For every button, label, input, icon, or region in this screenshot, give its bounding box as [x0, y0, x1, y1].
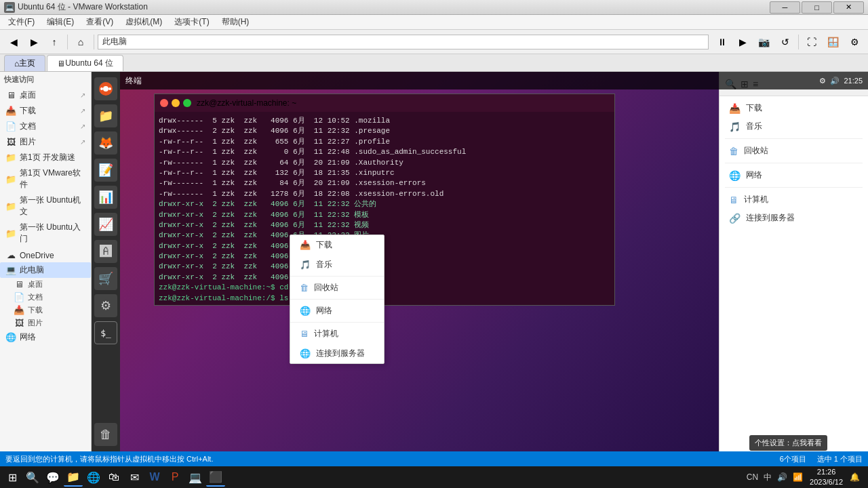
toolbar-resume[interactable]: ▶: [733, 33, 752, 52]
topbar-settings-icon[interactable]: ⚙: [819, 77, 826, 85]
start-button[interactable]: ⊞: [3, 468, 22, 487]
ctx-computer[interactable]: 🖥 计算机: [290, 324, 384, 344]
sidebar-item-ubuntu2[interactable]: 📁 第一张 Ubuntu入门: [0, 220, 91, 247]
sidebar-subitem-downloads[interactable]: 📥 下载: [0, 304, 91, 317]
sidebar-item-vmware[interactable]: 📁 第1页 VMware软件: [0, 165, 91, 192]
taskbar-store[interactable]: 🛍: [104, 468, 123, 487]
ctx-trash-icon: 🗑: [300, 283, 309, 293]
fp-item-computer[interactable]: 🖥 计算机: [719, 190, 868, 209]
address-bar[interactable]: 此电脑: [98, 35, 709, 49]
toolbar-up[interactable]: ↑: [45, 33, 64, 52]
term-line-13: drwxr-xr-x 2 zzk zzk 4096 6月 11 22:32 文档: [159, 241, 610, 251]
terminal-body[interactable]: drwx------ 5 zzk zzk 4096 6月 12 10:52 .m…: [155, 112, 614, 305]
vm-files-icon[interactable]: 📁: [94, 104, 117, 127]
vm-writer-icon[interactable]: 📝: [94, 159, 117, 182]
menu-edit[interactable]: 编辑(E): [41, 15, 79, 29]
vm-calc-icon[interactable]: 📊: [94, 186, 117, 209]
minimize-button[interactable]: ─: [770, 1, 800, 14]
taskbar-search-btn[interactable]: 🔍: [23, 468, 42, 487]
taskbar-clock[interactable]: 21:26 2023/6/12: [807, 467, 846, 488]
topbar-volume-icon[interactable]: 🔊: [830, 77, 840, 85]
tray-input[interactable]: 中: [762, 472, 773, 483]
pictures-icon: 🖼: [5, 137, 16, 147]
menu-vm[interactable]: 虚拟机(M): [120, 15, 167, 29]
tab-home[interactable]: ⌂ 主页: [4, 55, 45, 71]
vm-impress-icon[interactable]: 📈: [94, 213, 117, 236]
vm-texteditor-icon[interactable]: 🅰: [94, 240, 117, 263]
taskbar-vmware[interactable]: 💻: [186, 468, 205, 487]
vm-firefox-icon[interactable]: 🦊: [94, 131, 117, 155]
topbar-time: 21:25: [844, 77, 863, 85]
taskbar-edge[interactable]: 🌐: [84, 468, 103, 487]
sidebar-item-downloads[interactable]: 📥 下载 ↗: [0, 103, 91, 119]
menu-tabs[interactable]: 选项卡(T): [169, 15, 214, 29]
tray-notification[interactable]: 🔔: [848, 472, 861, 482]
toolbar-home[interactable]: ⌂: [71, 33, 90, 52]
sidebar-subitem-pictures[interactable]: 🖼 图片: [0, 317, 91, 329]
sidebar-item-this-pc[interactable]: 💻 此电脑: [0, 262, 91, 278]
toolbar-revert[interactable]: ↺: [776, 33, 795, 52]
sidebar-item-dev[interactable]: 📁 第1页 开发脑迷: [0, 150, 91, 165]
toolbar-back[interactable]: ◀: [4, 33, 23, 52]
close-button[interactable]: ✕: [833, 1, 864, 14]
home-icon: ⌂: [14, 59, 19, 68]
sidebar-item-onedrive[interactable]: ☁ OneDrive: [0, 248, 91, 262]
ctx-trash[interactable]: 🗑 回收站: [290, 278, 384, 298]
taskbar-powerpoint[interactable]: P: [165, 468, 184, 487]
ctx-connect-server[interactable]: 🌐 连接到服务器: [290, 344, 384, 363]
taskbar-mail[interactable]: ✉: [125, 468, 144, 487]
menu-file[interactable]: 文件(F): [3, 15, 40, 29]
terminal-min-dot[interactable]: [172, 99, 180, 107]
menu-view[interactable]: 查看(V): [81, 15, 119, 29]
vm-trash-icon[interactable]: 🗑: [94, 423, 117, 446]
term-line-15: drwxr-xr-x 2 zzk zzk 4096 6月 11 22:32 音乐: [159, 262, 610, 272]
sidebar-item-network[interactable]: 🌐 网络: [0, 329, 91, 345]
toolbar-pause[interactable]: ⏸: [713, 33, 732, 52]
ctx-downloads[interactable]: 📥 下载: [290, 235, 384, 255]
status-bar: 要返回到您的计算机，请将鼠标指针从虚拟机中移出按 Ctrl+Alt. 6个项目 …: [0, 451, 868, 466]
toolbar-settings[interactable]: ⚙: [845, 33, 864, 52]
tab-ubuntu[interactable]: 🖥 Ubuntu 64 位: [47, 55, 123, 71]
taskbar-explorer[interactable]: 📁: [64, 468, 83, 487]
toolbar-fullscreen[interactable]: ⛶: [802, 33, 821, 52]
ctx-music[interactable]: 🎵 音乐: [290, 255, 384, 274]
tab-bar: ⌂ 主页 🖥 Ubuntu 64 位: [0, 54, 868, 72]
sidebar-item-docs[interactable]: 📄 文档 ↗: [0, 119, 91, 134]
docs-icon: 📄: [5, 121, 16, 131]
vm-terminal-icon[interactable]: $_: [94, 321, 117, 344]
fp-item-downloads[interactable]: 📥 下载: [719, 99, 868, 117]
taskbar-word[interactable]: W: [145, 468, 164, 487]
sidebar-item-desktop[interactable]: 🖥 桌面 ↗: [0, 87, 91, 103]
fp-item-network[interactable]: 🌐 网络: [719, 166, 868, 184]
tray-volume[interactable]: 🔊: [776, 472, 789, 482]
term-line-5: -rw------- 1 zzk zzk 64 6月 20 21:09 .Xau…: [159, 158, 610, 168]
maximize-button[interactable]: □: [802, 1, 832, 14]
vm-amazon-icon[interactable]: 🛒: [94, 267, 117, 290]
sidebar-subitem-docs[interactable]: 📄 文档: [0, 291, 91, 304]
fp-item-music[interactable]: 🎵 音乐: [719, 117, 868, 136]
menu-help[interactable]: 帮助(H): [216, 15, 255, 29]
downloads-icon: 📥: [5, 106, 16, 116]
ctx-network[interactable]: 🌐 网络: [290, 301, 384, 321]
fp-trash-icon: 🗑: [729, 146, 738, 157]
terminal-max-dot[interactable]: [183, 99, 191, 107]
taskbar-cortana[interactable]: 💬: [43, 468, 62, 487]
fp-trash-label: 回收站: [744, 145, 768, 157]
tray-network[interactable]: 📶: [791, 472, 804, 482]
fp-item-trash[interactable]: 🗑 回收站: [719, 142, 868, 160]
svg-point-1: [103, 86, 108, 92]
fp-item-connect[interactable]: 🔗 连接到服务器: [719, 209, 868, 227]
sidebar-item-ubuntu1[interactable]: 📁 第一张 Ubuntu机文: [0, 192, 91, 220]
fp-sep-2: [725, 163, 863, 163]
toolbar-unity[interactable]: 🪟: [823, 33, 844, 52]
sidebar-subitem-desktop[interactable]: 🖥 桌面: [0, 278, 91, 291]
taskbar-right: CN 中 🔊 📶 21:26 2023/6/12 🔔: [741, 467, 865, 488]
toolbar-forward[interactable]: ▶: [24, 33, 43, 52]
vm-settings-icon[interactable]: ⚙: [94, 294, 117, 317]
tray-language[interactable]: CN: [745, 472, 760, 482]
terminal-close-dot[interactable]: [160, 99, 168, 107]
toolbar-snapshot[interactable]: 📷: [753, 33, 774, 52]
sidebar-item-pictures[interactable]: 🖼 图片 ↗: [0, 134, 91, 150]
vm-ubuntu-icon[interactable]: [94, 77, 117, 100]
taskbar-terminal[interactable]: ⬛: [206, 468, 225, 487]
